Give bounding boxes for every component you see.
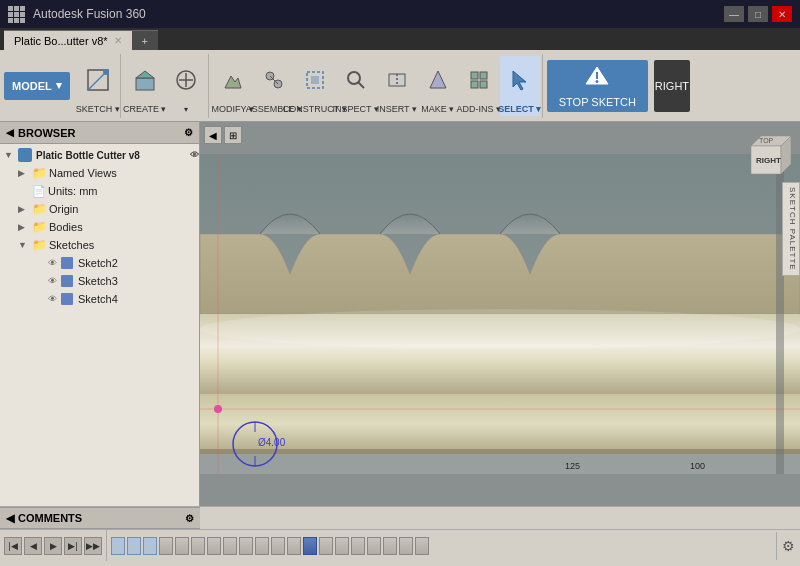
timeline-marker-14[interactable] bbox=[319, 537, 333, 555]
nav-left-icon[interactable]: ◀ bbox=[204, 126, 222, 144]
browser-settings-icon[interactable]: ⚙ bbox=[184, 127, 193, 138]
minimize-button[interactable]: — bbox=[724, 6, 744, 22]
right-label: RIGHT bbox=[655, 80, 689, 92]
tree-item-origin[interactable]: ▶ 📁 Origin bbox=[0, 200, 199, 218]
insert-icon bbox=[385, 68, 409, 92]
timeline-marker-16[interactable] bbox=[351, 537, 365, 555]
tree-item-bodies-label: Bodies bbox=[49, 221, 83, 233]
svg-text:RIGHT: RIGHT bbox=[756, 156, 781, 165]
timeline-marker-11[interactable] bbox=[271, 537, 285, 555]
tree-item-sketches[interactable]: ▼ 📁 Sketches bbox=[0, 236, 199, 254]
timeline-marker-12[interactable] bbox=[287, 537, 301, 555]
app-grid-icon[interactable] bbox=[8, 6, 25, 23]
svg-rect-30 bbox=[200, 449, 800, 454]
timeline-marker-20[interactable] bbox=[415, 537, 429, 555]
comments-settings-icon[interactable]: ⚙ bbox=[185, 513, 194, 524]
timeline-marker-current[interactable] bbox=[303, 537, 317, 555]
tree-item-root[interactable]: ▼ Platic Bottle Cutter v8 👁 bbox=[0, 146, 199, 164]
nav-cube[interactable]: RIGHT TOP bbox=[736, 126, 796, 186]
browser-collapse-icon[interactable]: ◀ bbox=[6, 127, 14, 138]
timeline-prev-button[interactable]: ◀ bbox=[24, 537, 42, 555]
viewport-canvas: Ø4.00 125 100 bbox=[200, 122, 800, 506]
inspect-button[interactable]: INSPECT ▾ bbox=[336, 56, 376, 116]
close-button[interactable]: ✕ bbox=[772, 6, 792, 22]
folder-icon4: 📁 bbox=[32, 238, 47, 252]
svg-point-2 bbox=[103, 69, 109, 75]
sketch-icon bbox=[86, 68, 110, 92]
tree-item-bodies[interactable]: ▶ 📁 Bodies bbox=[0, 218, 199, 236]
make-label: MAKE ▾ bbox=[421, 104, 454, 114]
timeline-marker-1[interactable] bbox=[111, 537, 125, 555]
maximize-button[interactable]: □ bbox=[748, 6, 768, 22]
tree-item-named-views[interactable]: ▶ 📁 Named Views bbox=[0, 164, 199, 182]
svg-text:TOP: TOP bbox=[759, 137, 774, 144]
eye-icon3[interactable]: 👁 bbox=[48, 276, 57, 286]
timeline-marker-3[interactable] bbox=[143, 537, 157, 555]
timeline-marker-7[interactable] bbox=[207, 537, 221, 555]
tree-item-sketch3[interactable]: 👁 Sketch3 bbox=[0, 272, 199, 290]
modify-group: MODIFY ▾ ASSEMBLE ▾ CONSTRUCT ▾ bbox=[211, 54, 543, 118]
comments-bar: ◀ COMMENTS ⚙ bbox=[0, 507, 200, 529]
tree-item-units[interactable]: 📄 Units: mm bbox=[0, 182, 199, 200]
tab-main[interactable]: Platic Bo...utter v8* ✕ bbox=[4, 30, 132, 50]
timeline-track[interactable] bbox=[107, 530, 776, 561]
expand-icon[interactable]: ⊞ bbox=[224, 126, 242, 144]
timeline-marker-15[interactable] bbox=[335, 537, 349, 555]
timeline-marker-19[interactable] bbox=[399, 537, 413, 555]
model-label: MODEL bbox=[12, 80, 52, 92]
timeline-end-button[interactable]: ▶▶ bbox=[84, 537, 102, 555]
doc-icon: 📄 bbox=[32, 185, 46, 198]
tab-close-icon[interactable]: ✕ bbox=[114, 35, 122, 46]
arrow-icon: ▼ bbox=[4, 150, 16, 160]
timeline-marker-17[interactable] bbox=[367, 537, 381, 555]
select-label: SELECT ▾ bbox=[498, 104, 541, 114]
eye-icon[interactable]: 👁 bbox=[190, 150, 199, 160]
comments-collapse-icon[interactable]: ◀ bbox=[6, 512, 14, 525]
timeline-play-button[interactable]: ▶ bbox=[44, 537, 62, 555]
construct-button[interactable]: CONSTRUCT ▾ bbox=[295, 56, 335, 116]
sketch-button[interactable]: SKETCH ▾ bbox=[78, 56, 118, 116]
timeline-marker-4[interactable] bbox=[159, 537, 173, 555]
timeline: |◀ ◀ ▶ ▶| ▶▶ bbox=[0, 529, 800, 561]
insert-button[interactable]: INSERT ▾ bbox=[377, 56, 417, 116]
addins-button[interactable]: ADD-INS ▾ bbox=[459, 56, 499, 116]
select-button[interactable]: SELECT ▾ bbox=[500, 56, 540, 116]
svg-rect-21 bbox=[480, 81, 487, 88]
browser-panel: ◀ BROWSER ⚙ ▼ Platic Bottle Cutter v8 👁 … bbox=[0, 122, 200, 506]
svg-rect-12 bbox=[311, 76, 319, 84]
timeline-marker-6[interactable] bbox=[191, 537, 205, 555]
timeline-marker-5[interactable] bbox=[175, 537, 189, 555]
right-view-button[interactable]: RIGHT bbox=[654, 60, 690, 112]
model-arrow-icon: ▾ bbox=[56, 79, 62, 92]
timeline-marker-8[interactable] bbox=[223, 537, 237, 555]
sketch-palette[interactable]: SKETCH PALETTE bbox=[782, 182, 800, 276]
svg-rect-19 bbox=[480, 72, 487, 79]
assemble-icon bbox=[262, 68, 286, 92]
create-button[interactable]: CREATE ▾ bbox=[125, 56, 165, 116]
eye-icon4[interactable]: 👁 bbox=[48, 294, 57, 304]
timeline-marker-18[interactable] bbox=[383, 537, 397, 555]
timeline-gear-button[interactable]: ⚙ bbox=[776, 532, 800, 560]
timeline-start-button[interactable]: |◀ bbox=[4, 537, 22, 555]
model-dropdown[interactable]: MODEL ▾ bbox=[4, 72, 70, 100]
app-title: Autodesk Fusion 360 bbox=[33, 7, 146, 21]
svg-rect-20 bbox=[471, 81, 478, 88]
tree-item-sketch4[interactable]: 👁 Sketch4 bbox=[0, 290, 199, 308]
timeline-marker-9[interactable] bbox=[239, 537, 253, 555]
tree-item-sketch2[interactable]: 👁 Sketch2 bbox=[0, 254, 199, 272]
make-button[interactable]: MAKE ▾ bbox=[418, 56, 458, 116]
stop-sketch-button[interactable]: STOP SKETCH bbox=[547, 60, 648, 112]
tab-new[interactable]: + bbox=[132, 30, 158, 50]
timeline-next-button[interactable]: ▶| bbox=[64, 537, 82, 555]
eye-icon2[interactable]: 👁 bbox=[48, 258, 57, 268]
addins-icon bbox=[467, 68, 491, 92]
title-bar: Autodesk Fusion 360 — □ ✕ bbox=[0, 0, 800, 28]
root-icon bbox=[18, 148, 32, 162]
timeline-marker-10[interactable] bbox=[255, 537, 269, 555]
nav-cube-svg: RIGHT TOP bbox=[736, 126, 796, 186]
bottom-area: ◀ COMMENTS ⚙ |◀ ◀ ▶ ▶| ▶▶ bbox=[0, 506, 800, 561]
timeline-marker-2[interactable] bbox=[127, 537, 141, 555]
viewport[interactable]: Ø4.00 125 100 ◀ ⊞ bbox=[200, 122, 800, 506]
create2-button[interactable]: ▾ bbox=[166, 56, 206, 116]
insert-label: INSERT ▾ bbox=[377, 104, 417, 114]
